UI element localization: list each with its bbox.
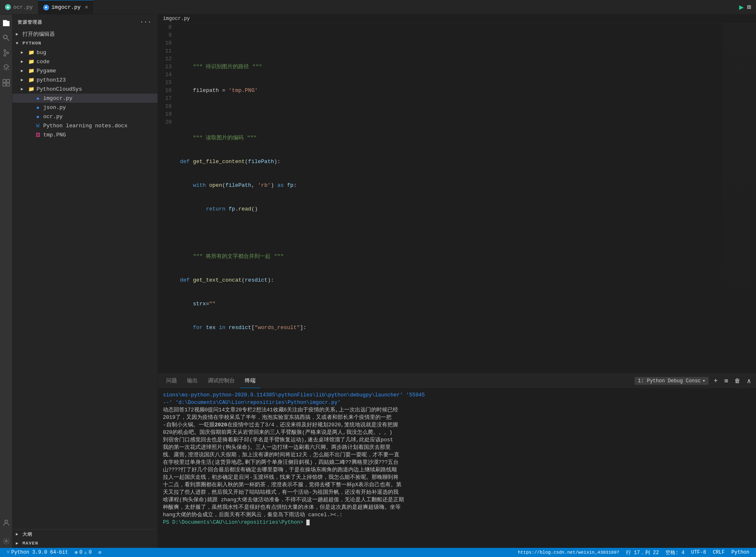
sidebar-item-tmppng[interactable]: ▶ 🖼 tmp.PNG bbox=[12, 130, 158, 139]
explorer-icon[interactable] bbox=[1, 18, 11, 28]
tab-actions: ▶ ⊞ bbox=[734, 2, 756, 12]
tab-icon-ocr: ◆ bbox=[5, 4, 11, 10]
imgocr-label: imgocr.py bbox=[43, 95, 154, 101]
pcs-folder-label: PythonCloudSys bbox=[37, 86, 154, 92]
code-line-13: def get_file_content(filePath): bbox=[180, 158, 723, 166]
status-errors[interactable]: ⊗ 0 ⚠ 0 bbox=[71, 548, 95, 557]
breadcrumb-item: imgocr.py bbox=[163, 16, 190, 22]
tmppng-label: tmp.PNG bbox=[43, 132, 154, 138]
warning-count: 0 bbox=[89, 550, 92, 555]
maximize-panel-button[interactable]: ∧ bbox=[745, 376, 753, 386]
warning-icon: ⚠ bbox=[84, 550, 87, 556]
sidebar-title: 资源管理器 bbox=[17, 19, 42, 25]
add-terminal-button[interactable]: + bbox=[712, 376, 719, 386]
pygame-folder-arrow: ▶ bbox=[21, 68, 27, 73]
python-section-label: PYTHON bbox=[22, 41, 42, 46]
search-icon[interactable] bbox=[1, 33, 11, 43]
terminal-line-18: PS D:\Documents\CAU\Lion\repositiries\Py… bbox=[163, 519, 751, 526]
svg-rect-7 bbox=[3, 79, 6, 82]
more-actions-icon[interactable]: ··· bbox=[139, 18, 153, 26]
svg-line-1 bbox=[7, 39, 9, 41]
editor-area: imgocr.py 8 9 10 11 12 13 14 15 16 17 18… bbox=[158, 15, 756, 548]
code-line-20: for tex in resdict["words_result"]: bbox=[180, 324, 723, 332]
svg-point-12 bbox=[5, 540, 7, 542]
sidebar-item-ocrpy[interactable]: ▶ ◆ ocr.py bbox=[12, 112, 158, 121]
code-content[interactable]: """ 待识别图片的路径 """ filepath = 'tmp.PNG' ""… bbox=[177, 23, 723, 373]
tab-debug-console[interactable]: 调试控制台 bbox=[203, 374, 240, 388]
status-encoding[interactable]: UTF-8 bbox=[688, 548, 709, 557]
terminal-line-4: 2019了，又因为疫情在学校呆瓜了半年，泡泡实验室东搞西搞，又或者和部长来个疫情… bbox=[163, 414, 751, 421]
layout-icon[interactable]: ⊞ bbox=[747, 3, 751, 11]
sidebar: 资源管理器 ··· ▶ 打开的编辑器 ▼ PYTHON ▶ 📁 bug ▶ 📁 … bbox=[12, 15, 158, 548]
branch-icon: ⑂ bbox=[7, 550, 10, 555]
source-control-icon[interactable] bbox=[1, 48, 11, 58]
open-editors-section[interactable]: ▶ 打开的编辑器 bbox=[12, 30, 158, 39]
status-branch[interactable]: ⑂ Python 3.9.0 64-bit bbox=[3, 548, 71, 557]
settings-icon[interactable] bbox=[1, 536, 11, 546]
code-line-15: return fp.read() bbox=[180, 205, 723, 213]
tab-imgocr[interactable]: ◆ imgocr.py × bbox=[38, 0, 94, 14]
svg-point-3 bbox=[4, 54, 6, 56]
jsonpy-label: json.py bbox=[43, 104, 154, 111]
code-folder-icon: 📁 bbox=[27, 59, 35, 64]
sidebar-item-bug[interactable]: ▶ 📁 bug bbox=[12, 48, 158, 57]
row-col-text: 行 17，列 22 bbox=[626, 549, 659, 556]
tab-problems[interactable]: 问题 bbox=[161, 374, 182, 388]
code-line-10: filepath = 'tmp.PNG' bbox=[180, 87, 723, 94]
outline-arrow: ▶ bbox=[16, 532, 22, 537]
terminal-line-11: 山????打了好几个回合最后都没有确定去哪里耍嗨，于是在操场东南角的跑道内边上继… bbox=[163, 466, 751, 474]
breadcrumb: imgocr.py bbox=[158, 15, 756, 23]
panel-controls: 1: Python Debug Consc ▾ + ⊞ 🗑 ∧ bbox=[635, 376, 753, 386]
open-editors-arrow: ▶ bbox=[16, 32, 22, 37]
status-row-col[interactable]: 行 17，列 22 bbox=[623, 548, 662, 557]
account-icon[interactable] bbox=[1, 518, 11, 528]
code-editor[interactable]: 8 9 10 11 12 13 14 15 16 17 18 19 20 """… bbox=[158, 23, 756, 373]
tab-bar: ◆ ocr.py ◆ imgocr.py × ▶ ⊞ bbox=[0, 0, 756, 15]
error-icon: ⊗ bbox=[75, 550, 78, 556]
code-folder-label: code bbox=[37, 59, 154, 65]
line-numbers: 8 9 10 11 12 13 14 15 16 17 18 19 20 bbox=[158, 23, 177, 373]
status-spaces[interactable]: 空格: 4 bbox=[662, 548, 688, 557]
status-line-ending[interactable]: CRLF bbox=[709, 548, 728, 557]
sidebar-item-pythoncloudsys[interactable]: ▶ 📁 PythonCloudSys bbox=[12, 84, 158, 94]
sidebar-item-python123[interactable]: ▶ 📁 python123 bbox=[12, 75, 158, 84]
maven-label: MAVEN bbox=[22, 541, 38, 546]
main-area: 资源管理器 ··· ▶ 打开的编辑器 ▼ PYTHON ▶ 📁 bug ▶ 📁 … bbox=[0, 15, 756, 548]
status-blog-link[interactable]: https://blog.csdn.net/weixin_43031097 bbox=[515, 548, 623, 557]
code-line-8 bbox=[180, 39, 723, 47]
sidebar-item-code[interactable]: ▶ 📁 code bbox=[12, 57, 158, 66]
sidebar-item-pygame[interactable]: ▶ 📁 Pygame bbox=[12, 66, 158, 75]
sidebar-item-imgocr[interactable]: ▶ ◆ imgocr.py bbox=[12, 94, 158, 103]
status-language[interactable]: Python bbox=[728, 548, 753, 557]
terminal-line-14: 天又拉了些人进群，然后我又开始了咕咕咕模式，有一个活动-为祖国升帆，还没有开始补… bbox=[163, 489, 751, 496]
svg-rect-10 bbox=[7, 83, 10, 86]
tab-terminal[interactable]: 终端 bbox=[240, 374, 261, 388]
status-debug-info[interactable]: ⊙ bbox=[95, 548, 105, 557]
sidebar-item-jsonpy[interactable]: ▶ ◆ json.py bbox=[12, 103, 158, 112]
close-icon[interactable]: × bbox=[85, 4, 88, 11]
debug-icon[interactable] bbox=[1, 63, 11, 73]
terminal-line-16: 种酸爽，太舒服了，虽然我水性不是很好也有点惧怕大量的水体，但是这次真的是超爽超级… bbox=[163, 504, 751, 511]
svg-rect-9 bbox=[3, 83, 6, 86]
tab-output[interactable]: 输出 bbox=[182, 374, 203, 388]
terminal-line-6: 020的机会吧。国庆假期前两天从岩管回来的三人手臂酸胀(严格来说是两人,我没怎么… bbox=[163, 429, 751, 436]
terminal-line-3: 动态回答172视频0提问14文章20专栏2想法41收藏6关注由于疫情的关系,上一… bbox=[163, 406, 751, 414]
sidebar-item-docx[interactable]: ▶ W Python learning notes.docx bbox=[12, 121, 158, 130]
terminal-line-7: 到宿舍门口感觉回去也是骑着刷子邱(学名是手臂恢复运动),遂去桌球馆溜了几球,此处… bbox=[163, 436, 751, 444]
run-icon[interactable]: ▶ bbox=[739, 2, 744, 12]
python-section[interactable]: ▼ PYTHON bbox=[12, 39, 158, 48]
terminal-content[interactable]: sions\ms-python.python-2020.9.114305\pyt… bbox=[158, 388, 756, 548]
terminal-selector[interactable]: 1: Python Debug Consc ▾ bbox=[635, 377, 709, 385]
delete-terminal-button[interactable]: 🗑 bbox=[733, 377, 742, 385]
pcs-folder-icon: 📁 bbox=[27, 86, 35, 92]
split-terminal-button[interactable]: ⊞ bbox=[723, 376, 729, 385]
tab-icon-imgocr: ◆ bbox=[43, 5, 49, 10]
terminal-line-17: hang大佬的协会成立，后面天有不测风云，秦皇岛下雨活动 cancel.><.: bbox=[163, 511, 751, 519]
maven-section[interactable]: ▶ MAVEN bbox=[12, 539, 158, 548]
tab-ocr[interactable]: ◆ ocr.py bbox=[0, 0, 38, 14]
outline-section[interactable]: ▶ 大纲 bbox=[12, 530, 158, 539]
extensions-icon[interactable] bbox=[1, 78, 11, 88]
python123-folder-label: python123 bbox=[37, 77, 154, 83]
svg-point-11 bbox=[5, 520, 7, 523]
code-line-18: def get_text_concat(resdict): bbox=[180, 276, 723, 284]
